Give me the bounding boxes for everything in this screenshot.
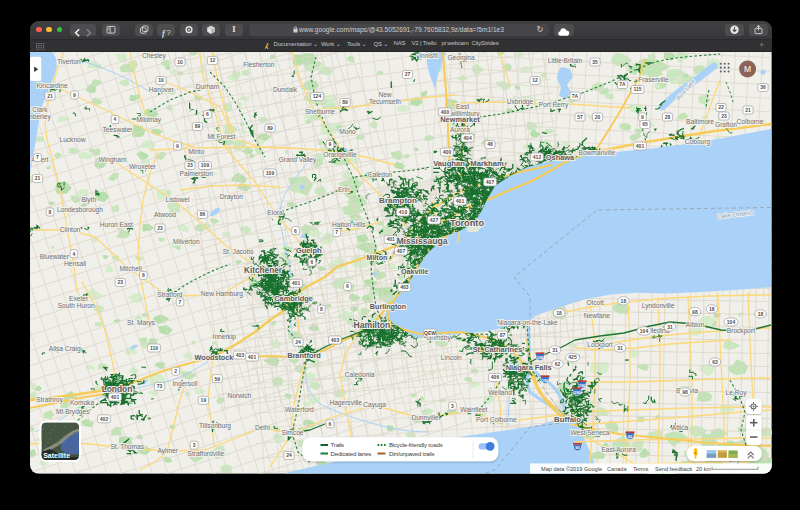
svg-text:401: 401 (386, 236, 395, 242)
svg-text:Drayton: Drayton (220, 193, 243, 201)
svg-text:Bicycle-friendly roads: Bicycle-friendly roads (389, 441, 443, 448)
svg-text:Erin: Erin (338, 186, 350, 193)
svg-text:Mitchell: Mitchell (119, 265, 142, 272)
svg-text:Olcott: Olcott (587, 299, 604, 306)
svg-text:Minto: Minto (188, 148, 204, 155)
svg-text:Trails: Trails (331, 441, 345, 448)
svg-text:Satellite: Satellite (43, 452, 70, 459)
svg-text:Markham: Markham (470, 159, 504, 168)
svg-text:87: 87 (500, 332, 506, 338)
svg-text:90: 90 (575, 445, 580, 450)
svg-text:119: 119 (150, 345, 158, 351)
svg-text:Milton: Milton (367, 254, 388, 261)
svg-text:23: 23 (117, 279, 123, 285)
svg-text:290: 290 (574, 390, 581, 395)
svg-text:9: 9 (641, 114, 644, 120)
svg-text:23: 23 (157, 225, 163, 231)
svg-text:Tillsonburg: Tillsonburg (199, 422, 231, 430)
svg-text:Wainfleet: Wainfleet (460, 406, 487, 413)
svg-text:407: 407 (397, 248, 406, 254)
svg-text:Port Colborne: Port Colborne (476, 416, 517, 423)
svg-text:3: 3 (451, 403, 454, 409)
svg-text:Fraserville: Fraserville (638, 76, 669, 83)
svg-text:59: 59 (215, 376, 221, 382)
svg-text:8: 8 (320, 306, 323, 312)
svg-text:?: ? (167, 28, 171, 37)
svg-text:24: 24 (295, 339, 301, 345)
svg-text:Simcoe: Simcoe (282, 429, 304, 436)
svg-text:8: 8 (49, 209, 52, 215)
svg-text:Lincoln: Lincoln (441, 354, 462, 361)
svg-text:3: 3 (193, 442, 196, 448)
svg-text:6: 6 (311, 259, 314, 265)
svg-text:12: 12 (210, 57, 216, 63)
svg-text:Niagara Falls: Niagara Falls (506, 363, 552, 372)
svg-text:t Clark: t Clark (30, 106, 48, 113)
svg-text:Oshawa: Oshawa (546, 153, 575, 162)
svg-text:10: 10 (177, 59, 183, 65)
svg-text:7A: 7A (619, 81, 626, 87)
svg-text:Lucknow: Lucknow (59, 136, 85, 143)
svg-text:Shelburne: Shelburne (305, 108, 335, 115)
svg-text:35: 35 (592, 59, 598, 65)
svg-text:18: 18 (621, 298, 627, 304)
svg-text:4: 4 (114, 116, 117, 122)
svg-text:Grand Valley: Grand Valley (279, 156, 317, 164)
svg-text:Aurora: Aurora (450, 126, 470, 133)
svg-text:Caledonia: Caledonia (345, 371, 375, 378)
svg-text:Huron East: Huron East (100, 221, 133, 228)
svg-text:401: 401 (456, 198, 465, 204)
svg-text:115: 115 (633, 86, 641, 92)
svg-text:Burlington: Burlington (370, 302, 406, 311)
svg-text:Oakville: Oakville (401, 267, 429, 276)
svg-text:190: 190 (579, 383, 586, 388)
svg-text:23: 23 (721, 113, 727, 119)
svg-text:East Aurora: East Aurora (601, 446, 636, 453)
svg-text:402: 402 (100, 416, 109, 422)
svg-text:403: 403 (331, 337, 340, 343)
svg-text:31: 31 (617, 345, 623, 351)
svg-text:6: 6 (329, 421, 332, 427)
svg-text:36: 36 (760, 84, 766, 90)
svg-text:Georgina: Georgina (447, 54, 474, 62)
svg-text:Kitchener: Kitchener (244, 266, 283, 275)
svg-text:Map data ©2019 Google: Map data ©2019 Google (541, 466, 602, 472)
svg-text:109: 109 (266, 170, 275, 176)
svg-text:190: 190 (542, 378, 549, 383)
svg-text:86: 86 (200, 211, 206, 217)
svg-text:M: M (744, 64, 751, 74)
svg-text:Clinton: Clinton (60, 226, 81, 233)
svg-text:Blyth: Blyth (81, 196, 96, 204)
svg-text:7: 7 (335, 229, 338, 235)
svg-text:18: 18 (758, 311, 764, 317)
svg-text:Orangeville: Orangeville (323, 151, 357, 159)
svg-text:9: 9 (73, 92, 76, 98)
svg-text:18: 18 (709, 306, 715, 312)
svg-text:Flesherton: Flesherton (243, 61, 274, 68)
svg-text:9: 9 (176, 143, 179, 149)
svg-text:Lyndonville: Lyndonville (642, 302, 675, 310)
svg-text:Elora: Elora (267, 209, 283, 216)
svg-text:98: 98 (692, 309, 698, 315)
svg-text:7: 7 (36, 154, 39, 160)
svg-text:Bowmanville: Bowmanville (578, 149, 615, 156)
svg-text:6: 6 (294, 228, 297, 234)
svg-text:Hamilton: Hamilton (354, 320, 391, 330)
svg-text:St. Marys: St. Marys (127, 319, 156, 327)
svg-text:104: 104 (727, 319, 736, 325)
svg-text:Chesley: Chesley (142, 52, 167, 60)
svg-text:Londesborough: Londesborough (57, 206, 103, 214)
svg-text:Send feedback: Send feedback (655, 466, 693, 472)
svg-text:Niagara-on-the-Lake: Niagara-on-the-Lake (497, 319, 558, 327)
svg-text:South Huron: South Huron (58, 302, 95, 309)
svg-text:Straffordville: Straffordville (188, 450, 225, 457)
svg-text:6: 6 (206, 111, 209, 117)
svg-text:Colborne: Colborne (737, 118, 764, 125)
svg-text:Wingham: Wingham (99, 156, 127, 164)
svg-text:Komoka: Komoka (70, 399, 95, 406)
svg-text:Tecumseth: Tecumseth (369, 98, 401, 105)
svg-text:New Hamburg: New Hamburg (201, 290, 243, 298)
svg-text:Milverton: Milverton (173, 238, 200, 245)
svg-text:48: 48 (487, 141, 493, 147)
svg-text:401: 401 (636, 143, 645, 149)
